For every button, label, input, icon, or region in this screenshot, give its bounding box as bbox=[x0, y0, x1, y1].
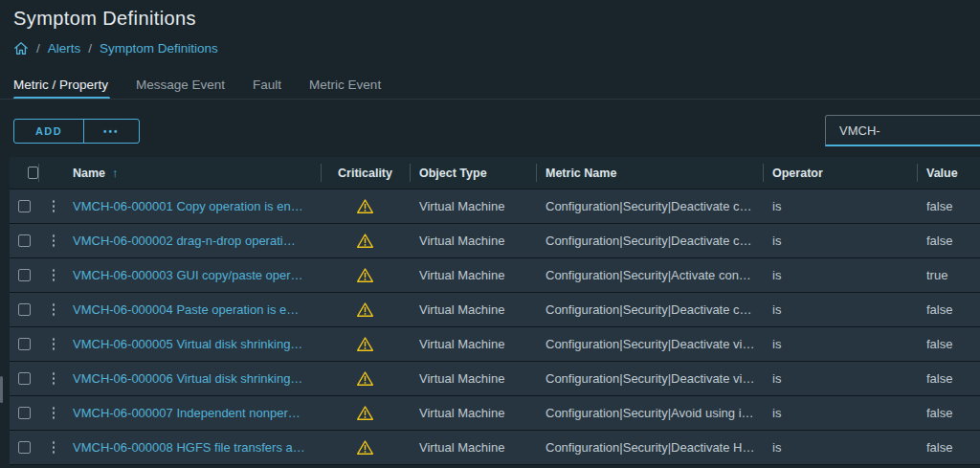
row-select-cell bbox=[10, 327, 38, 361]
kebab-menu-icon[interactable] bbox=[47, 334, 61, 354]
column-header-name[interactable]: Name ↑ bbox=[63, 157, 321, 189]
criticality-cell bbox=[321, 224, 410, 257]
criticality-cell bbox=[321, 189, 410, 223]
symptom-name-link[interactable]: VMCH-06-000001 Copy operation is en… bbox=[73, 199, 303, 213]
column-header-object-type[interactable]: Object Type bbox=[410, 157, 536, 189]
table-row[interactable]: VMCH-06-000002 drag-n-drop operati… Virt… bbox=[10, 224, 980, 258]
row-menu-cell bbox=[38, 258, 63, 292]
row-checkbox[interactable] bbox=[18, 303, 31, 316]
metric-name-cell: Configuration|Security|Avoid using i… bbox=[536, 396, 763, 430]
kebab-menu-icon[interactable] bbox=[47, 265, 61, 285]
symptom-name-cell: VMCH-06-000005 Virtual disk shrinking… bbox=[63, 327, 321, 361]
object-type-cell: Virtual Machine bbox=[410, 189, 536, 223]
column-header-criticality[interactable]: Criticality bbox=[321, 157, 410, 189]
row-checkbox[interactable] bbox=[18, 407, 31, 419]
table-row[interactable]: VMCH-06-000008 HGFS file transfers a… Vi… bbox=[10, 431, 980, 465]
breadcrumb-link-alerts[interactable]: Alerts bbox=[48, 41, 81, 56]
add-button[interactable]: ADD bbox=[14, 120, 83, 143]
symptom-name-cell: VMCH-06-000007 Independent nonper… bbox=[63, 396, 321, 430]
operator-cell: is bbox=[763, 362, 917, 395]
row-menu-cell bbox=[38, 362, 63, 395]
row-checkbox[interactable] bbox=[18, 338, 31, 350]
header-row-menu-cell bbox=[38, 157, 63, 189]
value-cell: false bbox=[917, 396, 980, 430]
symptom-name-cell: VMCH-06-000001 Copy operation is en… bbox=[63, 189, 321, 223]
symptom-name-link[interactable]: VMCH-06-000003 GUI copy/paste oper… bbox=[73, 268, 303, 282]
table-row[interactable]: VMCH-06-000001 Copy operation is en… Vir… bbox=[10, 189, 980, 224]
row-select-cell bbox=[10, 293, 38, 326]
criticality-cell bbox=[321, 327, 410, 361]
select-all-checkbox[interactable] bbox=[28, 167, 38, 179]
operator-cell: is bbox=[763, 293, 917, 326]
symptom-definitions-table: Name ↑ Criticality Object Type Metric Na… bbox=[10, 157, 980, 465]
row-checkbox[interactable] bbox=[18, 200, 31, 212]
kebab-menu-icon[interactable] bbox=[47, 368, 61, 389]
operator-cell: is bbox=[763, 224, 917, 257]
object-type-cell: Virtual Machine bbox=[410, 224, 536, 257]
row-checkbox[interactable] bbox=[18, 269, 31, 281]
warning-triangle-icon bbox=[356, 405, 374, 421]
kebab-menu-icon[interactable] bbox=[47, 300, 61, 320]
kebab-menu-icon[interactable] bbox=[47, 403, 61, 423]
tab-message-event[interactable]: Message Event bbox=[136, 78, 225, 100]
warning-triangle-icon bbox=[356, 301, 374, 318]
symptom-name-cell: VMCH-06-000003 GUI copy/paste oper… bbox=[63, 258, 321, 292]
warning-triangle-icon bbox=[356, 370, 374, 387]
tab-metric-property[interactable]: Metric / Property bbox=[13, 78, 108, 100]
row-checkbox[interactable] bbox=[18, 234, 31, 247]
object-type-cell: Virtual Machine bbox=[410, 431, 536, 464]
criticality-cell bbox=[321, 396, 410, 430]
column-header-metric-name[interactable]: Metric Name bbox=[536, 157, 763, 189]
warning-triangle-icon bbox=[356, 233, 374, 249]
column-header-operator[interactable]: Operator bbox=[763, 157, 917, 189]
tab-fault[interactable]: Fault bbox=[253, 78, 281, 100]
row-menu-cell bbox=[38, 327, 63, 361]
page-title: Symptom Definitions bbox=[13, 8, 196, 30]
breadcrumb-link-symptom-definitions[interactable]: Symptom Definitions bbox=[100, 41, 218, 56]
symptom-name-link[interactable]: VMCH-06-000007 Independent nonper… bbox=[73, 406, 301, 420]
tab-metric-event[interactable]: Metric Event bbox=[309, 78, 381, 100]
symptom-name-link[interactable]: VMCH-06-000002 drag-n-drop operati… bbox=[73, 234, 296, 248]
row-select-cell bbox=[10, 431, 38, 464]
column-header-value[interactable]: Value bbox=[917, 157, 980, 189]
row-checkbox[interactable] bbox=[18, 441, 31, 454]
metric-name-cell: Configuration|Security|Deactivate vi… bbox=[536, 327, 763, 361]
table-row[interactable]: VMCH-06-000005 Virtual disk shrinking… V… bbox=[10, 327, 980, 362]
row-select-cell bbox=[10, 396, 38, 430]
filter-search-input[interactable] bbox=[826, 116, 980, 145]
symptom-name-link[interactable]: VMCH-06-000005 Virtual disk shrinking… bbox=[73, 337, 302, 351]
table-row[interactable]: VMCH-06-000003 GUI copy/paste oper… Virt… bbox=[10, 258, 980, 293]
row-select-cell bbox=[10, 258, 38, 292]
more-actions-button[interactable]: ••• bbox=[83, 120, 139, 143]
sort-ascending-arrow-icon[interactable]: ↑ bbox=[112, 166, 119, 180]
operator-cell: is bbox=[763, 431, 917, 464]
criticality-cell bbox=[321, 258, 410, 292]
symptom-name-link[interactable]: VMCH-06-000008 HGFS file transfers a… bbox=[73, 440, 305, 455]
kebab-menu-icon[interactable] bbox=[47, 231, 61, 251]
value-cell: true bbox=[917, 258, 980, 292]
table-row[interactable]: VMCH-06-000006 Virtual disk shrinking… V… bbox=[10, 362, 980, 396]
table-body: VMCH-06-000001 Copy operation is en… Vir… bbox=[10, 189, 980, 465]
symptom-name-link[interactable]: VMCH-06-000004 Paste operation is e… bbox=[73, 302, 299, 317]
value-cell: false bbox=[917, 327, 980, 361]
symptom-name-cell: VMCH-06-000006 Virtual disk shrinking… bbox=[63, 362, 321, 395]
table-header-row: Name ↑ Criticality Object Type Metric Na… bbox=[10, 157, 980, 189]
kebab-menu-icon[interactable] bbox=[47, 437, 61, 457]
vertical-scrollbar-thumb[interactable] bbox=[0, 376, 3, 403]
value-cell: false bbox=[917, 224, 980, 257]
symptom-name-link[interactable]: VMCH-06-000006 Virtual disk shrinking… bbox=[73, 371, 302, 386]
table-row[interactable]: VMCH-06-000007 Independent nonper… Virtu… bbox=[10, 396, 980, 431]
kebab-menu-icon[interactable] bbox=[47, 196, 61, 216]
warning-triangle-icon bbox=[356, 267, 374, 283]
row-menu-cell bbox=[38, 224, 63, 257]
metric-name-cell: Configuration|Security|Deactivate vi… bbox=[536, 362, 763, 395]
criticality-cell bbox=[321, 431, 410, 464]
table-row[interactable]: VMCH-06-000004 Paste operation is e… Vir… bbox=[10, 293, 980, 327]
symptom-name-cell: VMCH-06-000002 drag-n-drop operati… bbox=[63, 224, 321, 257]
value-cell: false bbox=[917, 362, 980, 395]
row-menu-cell bbox=[38, 293, 63, 326]
criticality-cell bbox=[321, 362, 410, 395]
home-icon[interactable] bbox=[13, 41, 29, 56]
row-checkbox[interactable] bbox=[18, 372, 31, 385]
metric-name-cell: Configuration|Security|Deactivate c… bbox=[536, 189, 763, 223]
